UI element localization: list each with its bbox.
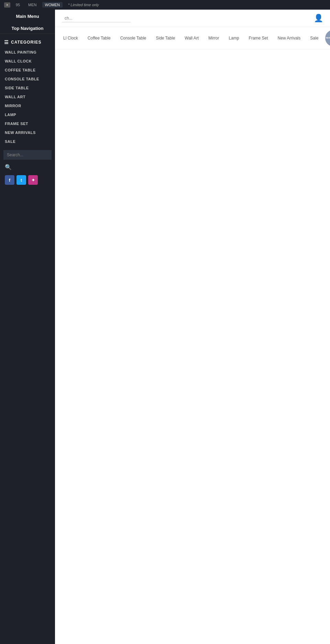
cat-nav-side-table[interactable]: Side Table — [151, 32, 180, 45]
twitter-link[interactable]: t — [16, 175, 26, 185]
sidebar-search-input[interactable] — [3, 150, 52, 160]
sidebar-item-wall-clock[interactable]: WALL CLOCK — [0, 57, 55, 66]
sidebar-item-lamp[interactable]: LAMP — [0, 110, 55, 119]
sidebar-item-sale[interactable]: SALE — [0, 137, 55, 146]
sidebar-search-icon[interactable]: 🔍 — [0, 162, 55, 172]
cat-nav-mirror[interactable]: Mirror — [204, 32, 224, 45]
social-links: f t ✦ — [0, 172, 55, 188]
tab-men[interactable]: MEN — [25, 2, 39, 8]
cat-nav-console-table[interactable]: Console Table — [116, 32, 151, 45]
main-header: 👤 — [55, 10, 330, 27]
cat-nav-frame-set[interactable]: Frame Set — [244, 32, 273, 45]
sidebar-item-wall-painting[interactable]: WALL PAINTING — [0, 48, 55, 57]
sidebar-item-wall-art[interactable]: WALL ART — [0, 92, 55, 101]
cat-nav-sale[interactable]: Sale — [305, 32, 323, 45]
main-content: 👤 ll Clock Coffee Table Console Table Si… — [55, 10, 330, 644]
cat-nav-coffee-table[interactable]: Coffee Table — [83, 32, 116, 45]
instagram-link[interactable]: ✦ — [28, 175, 38, 185]
tab-women[interactable]: WOMEN — [42, 2, 63, 8]
category-nav: ll Clock Coffee Table Console Table Side… — [55, 27, 330, 49]
main-menu-label[interactable]: Main Menu — [0, 10, 55, 23]
tab-95[interactable]: 95 — [13, 2, 23, 8]
sidebar-item-console-table[interactable]: CONSOLE TABLE — [0, 75, 55, 83]
facebook-link[interactable]: f — [5, 175, 14, 185]
new-arrivals-badge[interactable]: NEW ARRIVALS — [325, 30, 330, 46]
sidebar-item-coffee-table[interactable]: COFFEE TABLE — [0, 66, 55, 75]
cat-nav-wall-art[interactable]: Wall Art — [180, 32, 204, 45]
sidebar-item-frame-set[interactable]: FRAME SET — [0, 119, 55, 128]
top-navigation-label[interactable]: Top Navigation — [0, 23, 55, 34]
user-icon[interactable]: 👤 — [314, 14, 323, 23]
cat-nav-new-arrivals[interactable]: New Arrivals — [273, 32, 306, 45]
sidebar: Main Menu Top Navigation ☰ CATEGORIES WA… — [0, 0, 55, 644]
categories-label: CATEGORIES — [11, 40, 41, 45]
cat-nav-lamp[interactable]: Lamp — [224, 32, 244, 45]
sidebar-item-mirror[interactable]: MIRROR — [0, 101, 55, 110]
promo-text: * Limited time only — [68, 3, 99, 7]
menu-lines-icon: ☰ — [4, 39, 9, 45]
categories-header: ☰ CATEGORIES — [0, 37, 55, 48]
close-button[interactable]: × — [4, 2, 10, 8]
content-area — [55, 49, 330, 599]
sidebar-item-new-arrivals[interactable]: NEW ARRIVALS — [0, 128, 55, 137]
cat-nav-wall-clock[interactable]: ll Clock — [58, 32, 83, 45]
top-bar: × 95 MEN WOMEN * Limited time only — [0, 0, 330, 10]
sidebar-item-side-table[interactable]: SIDE TABLE — [0, 83, 55, 92]
badge-container: NEW ARRIVALS SALE — [323, 27, 330, 49]
header-search-input[interactable] — [62, 14, 131, 22]
